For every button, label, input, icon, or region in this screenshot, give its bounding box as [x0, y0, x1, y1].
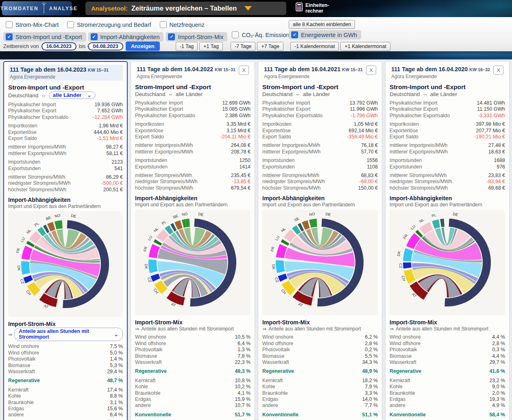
step-button--1-kalendermonat[interactable]: -1 Kalendermonat [290, 42, 339, 51]
step-button-+1-tag[interactable]: +1 Tag [199, 42, 223, 51]
stat-value: 11.150 GWh [477, 106, 505, 112]
mix-row: Wind offshore2,8 % [262, 341, 378, 347]
mix-row: Photovoltaik1,3 % [135, 347, 251, 353]
panel-kw-range: KW 16–32 [469, 67, 490, 72]
right-arrow-icon: ⇒ [135, 326, 139, 332]
country-arc-cz [403, 262, 412, 269]
stat-row: mittlerer Importpreis/MWh264,08 € [135, 142, 251, 149]
checkbox-icon [6, 33, 13, 40]
gwh-toggle[interactable]: Energiewerte in GWh [289, 30, 361, 39]
right-arrow-icon: ⇒ [390, 326, 394, 332]
mix-label: Photovoltaik [8, 356, 36, 362]
import-export-chord-diagram: DEATCHCZDKFRLUNLPLBENO [8, 212, 123, 316]
stat-group: Importstunden1688Exportstunden976 [390, 158, 505, 170]
stat-group: Physikalischer Import12.699 GWhPhysikali… [135, 100, 251, 119]
show-all-tiles-button[interactable]: alle 8 Kacheln einblenden [289, 20, 355, 29]
logo-text-left: STROMDATEN [0, 6, 39, 11]
country-label-lu: LU [410, 224, 416, 230]
mix-total-row: Regenerative48,3 % [135, 368, 251, 374]
stat-row: niedrigster Strompreis/MWh-83,94 € [390, 179, 505, 185]
stat-row: Physikalischer Exportsaldo-1.796 GWh [262, 113, 378, 119]
stat-label: Importstunden [8, 159, 40, 165]
mix-row: Kohle9,0 % [390, 384, 505, 390]
mix-label: Biomasse [390, 353, 412, 359]
stat-group: mittlerer Strompreis/MWh86,29 €niedrigst… [8, 174, 123, 193]
stat-label: Exportstunden [390, 164, 422, 170]
toolbar: Strom-Mix-ChartStromerzeugung und Bedarf… [0, 17, 512, 51]
stat-label: Physikalischer Import [8, 102, 56, 108]
stat-label: mittlerer Strompreis/MWh [390, 173, 447, 179]
mix-value: 5,0 % [110, 350, 123, 356]
stat-value: 207,77 Mio € [476, 128, 505, 134]
stat-label: niedrigster Strompreis/MWh [135, 179, 198, 185]
step-button--1-tag[interactable]: -1 Tag [176, 42, 198, 51]
mix-value: 4,9 % [492, 402, 505, 409]
stat-row: Export Saldo-358,49 Mio € [262, 134, 378, 140]
country-label-be: BE [45, 216, 51, 221]
date-from-input[interactable]: 16.04.2023 [41, 42, 77, 50]
tile-checkbox-netzfrequenz[interactable]: Netzfrequenz [157, 20, 209, 29]
country-selector[interactable]: alle Länder⌄ [49, 92, 96, 99]
stat-row: mittlerer Importpreis/MWh98,27 € [8, 144, 123, 150]
stat-group: Physikalischer Import14.481 GWhPhysikali… [390, 100, 505, 119]
mix-label: Wind onshore [8, 343, 39, 350]
stat-label: Physikalischer Import [390, 100, 438, 106]
stat-label: Export Saldo [135, 134, 164, 140]
section-mix-heading: Import-Strom-Mix [262, 319, 378, 326]
country-label-de: DE [325, 212, 331, 217]
stat-row: Physikalischer Import19.936 GWh [8, 102, 123, 108]
mix-value: 9,0 % [492, 384, 505, 390]
stat-label: mittlerer Importpreis/MWh [262, 142, 320, 149]
country-label-be: BE [172, 214, 179, 220]
mix-row: andere6,4 % [8, 412, 123, 418]
stat-label: mittlerer Importpreis/MWh [135, 142, 193, 149]
checkbox-label: Import-Strom-Mix [178, 34, 223, 40]
mix-label: Biomasse [8, 363, 30, 369]
anzeigen-button[interactable]: Anzeigen [126, 42, 160, 51]
mix-row: Wasserkraft29,7 % [390, 359, 505, 365]
einheitenrechner-button[interactable]: Einheiten-rechner [296, 2, 329, 14]
stat-value: 23,83 € [488, 173, 505, 179]
mix-row: Kernkraft23,2 % [390, 378, 505, 384]
stat-row: Exportstunden1414 [135, 164, 251, 170]
mix-label: Photovoltaik [390, 347, 417, 353]
tile-checkbox-import-abh-ngigkeiten[interactable]: Import-Abhängigkeiten [88, 32, 164, 42]
panel-kw-range: KW 15–31 [88, 68, 109, 72]
stat-value: 3,35 Mrd € [227, 121, 251, 127]
step-button--7-tage[interactable]: -7 Tage [231, 42, 255, 51]
stat-group: mittlerer Importpreis/MWh264,08 €mittler… [135, 142, 251, 155]
tile-checkbox-stromerzeugung-und-bedarf[interactable]: Stromerzeugung und Bedarf [65, 20, 155, 29]
checkbox-icon [6, 21, 13, 28]
tile-checkbox-import-strom-mix[interactable]: Import-Strom-Mix [166, 32, 227, 42]
step-button-+1-kalendermonat[interactable]: +1 Kalendermonat [340, 42, 390, 51]
stat-label: Exportstunden [262, 164, 295, 170]
stat-label: Physikalischer Exportsaldo [262, 113, 322, 119]
mix-label: Wind offshore [262, 341, 293, 347]
mix-mode-selector[interactable]: Anteile aus allen Stunden mit Stromimpor… [14, 328, 123, 341]
checkbox-label: Strom-Import und -Export [15, 34, 82, 40]
close-panel-button[interactable]: X [493, 66, 503, 75]
stat-label: Importkosten [390, 121, 419, 127]
period-panel: 111 Tage ab dem 16.04.2022KW 15–31 Agora… [131, 61, 255, 420]
analysetool-dropdown[interactable]: Analysetool: Zeiträume vergleichen – Tab… [85, 2, 286, 15]
stat-row: Importstunden1250 [135, 158, 251, 164]
tile-checkbox-strom-mix-chart[interactable]: Strom-Mix-Chart [3, 20, 63, 29]
close-panel-button[interactable]: X [366, 66, 376, 75]
mix-value: 29,7 % [489, 359, 505, 365]
date-to-input[interactable]: 04.08.2023 [88, 42, 123, 50]
stat-value: 58,11 € [107, 151, 123, 157]
mix-value: 4,4 % [492, 353, 505, 359]
step-button-+7-tage[interactable]: +7 Tage [257, 42, 283, 51]
mix-row: Biomasse7,8 % [135, 353, 251, 359]
mix-value: 48,9 % [362, 368, 378, 374]
stat-label: mittlerer Exportpreis/MWh [8, 151, 66, 157]
mix-total-row: Regenerative48,7 % [8, 378, 123, 384]
close-panel-button[interactable]: X [239, 66, 249, 75]
tile-checkbox-strom-import-und-export[interactable]: Strom-Import und -Export [3, 32, 86, 42]
date-step-buttons: -1 Tag+1 Tag-7 Tage+7 Tage-1 Kalendermon… [160, 42, 390, 51]
mix-value: 2,0 % [492, 390, 505, 396]
mix-row: Photovoltaik0,2 % [262, 347, 378, 353]
mix-value: 18,2 % [362, 378, 378, 384]
top-photo-bar: STROMDATEN ANALYSE Analysetool: Zeiträum… [0, 0, 512, 17]
stat-label: mittlerer Exportpreis/MWh [262, 149, 320, 155]
